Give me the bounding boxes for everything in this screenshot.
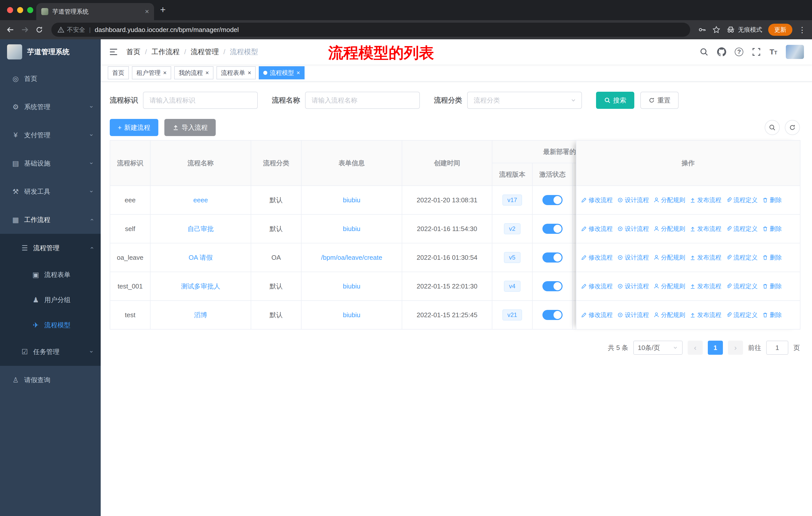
assign-rule-link[interactable]: 分配规则 — [654, 282, 685, 290]
sidebar-item-leave-query[interactable]: ♙请假查询 — [0, 366, 101, 394]
process-name-link[interactable]: OA 请假 — [188, 254, 212, 261]
bookmark-star-icon[interactable] — [712, 26, 720, 34]
active-toggle[interactable] — [543, 224, 562, 234]
new-tab-button[interactable]: + — [160, 4, 166, 15]
tag-close-icon[interactable]: × — [296, 70, 300, 76]
zoom-window-button[interactable] — [27, 7, 33, 13]
assign-rule-link[interactable]: 分配规则 — [654, 196, 685, 204]
modify-process-link[interactable]: 修改流程 — [581, 225, 613, 233]
create-process-button[interactable]: + 新建流程 — [110, 119, 158, 136]
design-process-link[interactable]: 设计流程 — [617, 225, 649, 233]
active-toggle[interactable] — [543, 281, 562, 291]
sidebar-item-workflow[interactable]: ▦工作流程› — [0, 206, 101, 234]
reload-icon[interactable] — [35, 26, 43, 34]
sidebar-item-process-model[interactable]: ✈流程模型 — [0, 313, 101, 337]
assign-rule-link[interactable]: 分配规则 — [654, 225, 685, 233]
version-tag[interactable]: v2 — [504, 223, 520, 234]
forward-icon[interactable] — [21, 25, 29, 34]
active-toggle[interactable] — [543, 252, 562, 263]
process-name-link[interactable]: 滔博 — [194, 311, 207, 319]
modify-process-link[interactable]: 修改流程 — [581, 253, 613, 262]
tag-process-form[interactable]: 流程表单× — [216, 66, 256, 79]
tag-close-icon[interactable]: × — [163, 70, 167, 76]
delete-link[interactable]: 删除 — [762, 282, 782, 290]
process-name-link[interactable]: eeee — [193, 196, 208, 204]
import-process-button[interactable]: 导入流程 — [164, 119, 216, 136]
tag-close-icon[interactable]: × — [248, 70, 251, 76]
process-definition-link[interactable]: 流程定义 — [726, 225, 758, 233]
version-tag[interactable]: v17 — [502, 194, 522, 205]
sidebar-item-user-group[interactable]: ♟用户分组 — [0, 287, 101, 313]
fullscreen-icon[interactable] — [752, 47, 761, 56]
browser-menu-icon[interactable]: ⋮ — [799, 25, 806, 34]
sidebar-item-task-manage[interactable]: ☑任务管理› — [0, 337, 101, 366]
tag-home[interactable]: 首页 — [108, 66, 129, 79]
update-button[interactable]: 更新 — [768, 24, 792, 36]
next-page-button[interactable]: › — [728, 341, 743, 355]
delete-link[interactable]: 删除 — [762, 311, 782, 319]
sidebar-item-process-form[interactable]: ▣流程表单 — [0, 262, 101, 287]
publish-process-link[interactable]: 发布流程 — [690, 253, 721, 262]
breadcrumb-item[interactable]: 流程管理 — [191, 47, 219, 57]
assign-rule-link[interactable]: 分配规则 — [654, 253, 685, 262]
delete-link[interactable]: 删除 — [762, 253, 782, 262]
publish-process-link[interactable]: 发布流程 — [690, 311, 721, 319]
process-key-input[interactable] — [143, 92, 258, 109]
form-info-link[interactable]: biubiu — [343, 282, 360, 290]
publish-process-link[interactable]: 发布流程 — [690, 196, 721, 204]
font-size-icon[interactable]: TT — [770, 48, 777, 56]
process-definition-link[interactable]: 流程定义 — [726, 253, 758, 262]
form-info-link[interactable]: /bpm/oa/leave/create — [321, 254, 382, 261]
tag-process-model[interactable]: 流程模型× — [259, 66, 304, 79]
github-icon[interactable] — [717, 47, 726, 56]
app-logo[interactable]: 芋道管理系统 — [0, 39, 101, 64]
current-page-button[interactable]: 1 — [708, 341, 723, 355]
modify-process-link[interactable]: 修改流程 — [581, 196, 613, 204]
version-tag[interactable]: v5 — [504, 252, 520, 263]
modify-process-link[interactable]: 修改流程 — [581, 282, 613, 290]
modify-process-link[interactable]: 修改流程 — [581, 311, 613, 319]
delete-link[interactable]: 删除 — [762, 196, 782, 204]
search-button[interactable]: 搜索 — [596, 92, 634, 109]
security-warning[interactable]: 不安全 — [57, 26, 85, 34]
search-icon[interactable] — [699, 47, 708, 56]
breadcrumb-item[interactable]: 工作流程 — [151, 47, 180, 57]
back-icon[interactable] — [6, 25, 14, 34]
tag-close-icon[interactable]: × — [205, 70, 209, 76]
form-info-link[interactable]: biubiu — [343, 311, 360, 319]
address-bar[interactable]: 不安全 | dashboard.yudao.iocoder.cn/bpm/man… — [51, 23, 690, 37]
tag-tenant-manage[interactable]: 租户管理× — [132, 66, 171, 79]
assign-rule-link[interactable]: 分配规则 — [654, 311, 685, 319]
process-definition-link[interactable]: 流程定义 — [726, 196, 758, 204]
publish-process-link[interactable]: 发布流程 — [690, 225, 721, 233]
breadcrumb-item[interactable]: 首页 — [126, 47, 141, 57]
reset-button[interactable]: 重置 — [640, 92, 678, 109]
browser-tab[interactable]: 芋道管理系统 × — [36, 3, 154, 20]
help-icon[interactable]: ? — [735, 48, 743, 56]
design-process-link[interactable]: 设计流程 — [617, 282, 649, 290]
process-name-link[interactable]: 自己审批 — [187, 225, 214, 233]
prev-page-button[interactable]: ‹ — [688, 341, 703, 355]
sidebar-item-payment-manage[interactable]: ¥支付管理› — [0, 121, 101, 149]
form-info-link[interactable]: biubiu — [343, 196, 360, 204]
design-process-link[interactable]: 设计流程 — [617, 253, 649, 262]
user-avatar[interactable] — [786, 45, 804, 59]
tab-close-icon[interactable]: × — [145, 8, 149, 15]
tag-my-process[interactable]: 我的流程× — [174, 66, 213, 79]
show-search-button[interactable] — [765, 120, 780, 135]
category-select[interactable]: 流程分类 — [467, 92, 582, 109]
sidebar-item-system-manage[interactable]: ⚙系统管理› — [0, 93, 101, 121]
design-process-link[interactable]: 设计流程 — [617, 196, 649, 204]
process-name-input[interactable] — [305, 92, 420, 109]
process-name-link[interactable]: 测试多审批人 — [181, 282, 220, 290]
refresh-button[interactable] — [785, 120, 800, 135]
version-tag[interactable]: v21 — [502, 309, 522, 320]
menu-fold-icon[interactable] — [109, 47, 118, 57]
url-text[interactable]: dashboard.yudao.iocoder.cn/bpm/manager/m… — [95, 26, 239, 34]
form-info-link[interactable]: biubiu — [343, 225, 360, 233]
sidebar-item-infrastructure[interactable]: ▤基础设施› — [0, 149, 101, 178]
active-toggle[interactable] — [543, 310, 562, 320]
close-window-button[interactable] — [7, 7, 13, 13]
sidebar-item-process-manage[interactable]: ☰流程管理› — [0, 234, 101, 262]
goto-page-input[interactable] — [766, 341, 788, 355]
